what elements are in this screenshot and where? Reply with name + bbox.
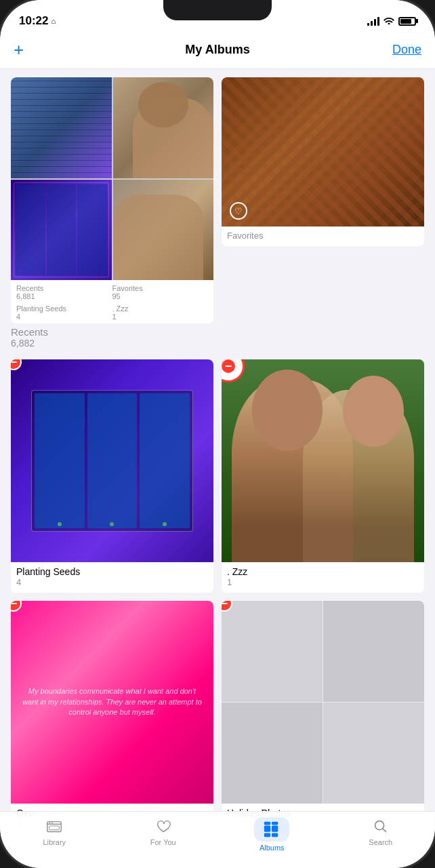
albums-icon [262, 820, 281, 839]
library-tab-label: Library [43, 838, 66, 846]
recents-big-count: 6,882 [11, 338, 424, 349]
notch [163, 0, 272, 20]
recents-album-card[interactable]: Recents 6,881 Favorites 95 Planting Seed… [11, 77, 213, 323]
planting-seeds-thumb [11, 359, 213, 562]
favorites-title: Favorites [227, 231, 419, 241]
mini-thumb-2 [113, 77, 214, 178]
zzz-info: . Zzz 1 [222, 562, 424, 593]
for-you-tab-label: For You [150, 838, 176, 846]
svg-rect-3 [49, 826, 60, 830]
phone-frame: 10:22 ⌂ [0, 0, 435, 868]
over-thumb: My boundaries communicate what I want an… [11, 601, 213, 804]
zzz-mini-count: 1 [112, 313, 209, 321]
battery-icon [398, 17, 416, 26]
zzz-title: . Zzz [227, 566, 419, 577]
search-icon [371, 817, 390, 836]
planting-seeds-card[interactable]: Planting Seeds 4 [11, 359, 213, 593]
favorites-mini-count: 95 [112, 292, 209, 300]
svg-rect-5 [272, 825, 278, 831]
holiday-photos-card[interactable]: Holiday Photos [222, 601, 424, 827]
over-quote-text: My boundaries communicate what I want an… [22, 686, 203, 717]
phone-screen: 10:22 ⌂ [0, 0, 435, 868]
add-button[interactable]: + [14, 39, 47, 60]
albums-tab-active-bg [254, 817, 289, 842]
over-card[interactable]: My boundaries communicate what I want an… [11, 601, 213, 827]
status-time: 10:22 ⌂ [19, 14, 56, 28]
tab-bar: Library For You [0, 811, 435, 868]
time-display: 10:22 [19, 14, 48, 28]
albums-tab-label: Albums [260, 844, 285, 852]
tab-library[interactable]: Library [0, 817, 109, 846]
favorites-thumb: ♡ [222, 77, 424, 226]
svg-rect-4 [264, 825, 270, 831]
tab-search[interactable]: Search [327, 817, 436, 846]
zzz-mini-title: . Zzz [112, 304, 209, 313]
zzz-count: 1 [227, 577, 419, 587]
seeds-mini-title: Planting Seeds [16, 304, 112, 313]
header: + My Albums Done [0, 34, 435, 69]
top-albums-container: Recents 6,881 Favorites 95 Planting Seed… [11, 77, 424, 323]
recents-mini-labels: Recents 6,881 Favorites 95 [11, 280, 213, 304]
status-icons [367, 16, 416, 26]
tab-albums[interactable]: Albums [218, 817, 327, 852]
recents-big-title: Recents [11, 326, 424, 338]
svg-rect-8 [264, 822, 270, 825]
svg-point-2 [52, 823, 54, 824]
mini-thumb-1 [11, 77, 112, 178]
favorites-album-card[interactable]: ♡ Favorites [222, 77, 424, 246]
zzz-thumb [222, 359, 424, 562]
seeds-mini-labels: Planting Seeds 4 . Zzz 1 [11, 304, 213, 323]
svg-rect-6 [264, 833, 270, 837]
seeds-mini-count: 4 [16, 313, 112, 321]
favorites-info: Favorites [222, 226, 424, 246]
library-icon [45, 817, 64, 836]
recents-mini-count: 6,881 [16, 292, 112, 300]
planting-seeds-count: 4 [16, 577, 208, 587]
wifi-icon [384, 16, 394, 26]
planting-seeds-info: Planting Seeds 4 [11, 562, 213, 593]
done-button[interactable]: Done [388, 43, 421, 57]
favorites-heart-icon: ♡ [230, 202, 247, 220]
location-icon: ⌂ [51, 17, 56, 25]
svg-rect-7 [272, 833, 278, 837]
zzz-card[interactable]: − . Zzz [222, 359, 424, 593]
signal-icon [367, 16, 379, 26]
svg-point-1 [49, 823, 51, 824]
page-title: My Albums [185, 43, 249, 57]
planting-seeds-title: Planting Seeds [16, 566, 208, 577]
main-content: Recents 6,881 Favorites 95 Planting Seed… [0, 69, 435, 827]
holiday-photos-thumb [222, 601, 424, 804]
svg-rect-9 [272, 822, 278, 825]
for-you-icon [154, 817, 173, 836]
recents-mini-title: Recents [16, 284, 112, 292]
mini-thumb-4 [113, 180, 214, 281]
zzz-remove-button[interactable]: − [222, 359, 236, 374]
recents-thumb-grid [11, 77, 213, 280]
mini-thumb-3 [11, 180, 112, 281]
favorites-mini-title: Favorites [112, 284, 209, 292]
search-tab-label: Search [369, 838, 392, 846]
main-albums-grid: Planting Seeds 4 − [11, 359, 424, 827]
recents-label-section: Recents 6,882 [11, 323, 424, 359]
tab-for-you[interactable]: For You [109, 817, 218, 846]
